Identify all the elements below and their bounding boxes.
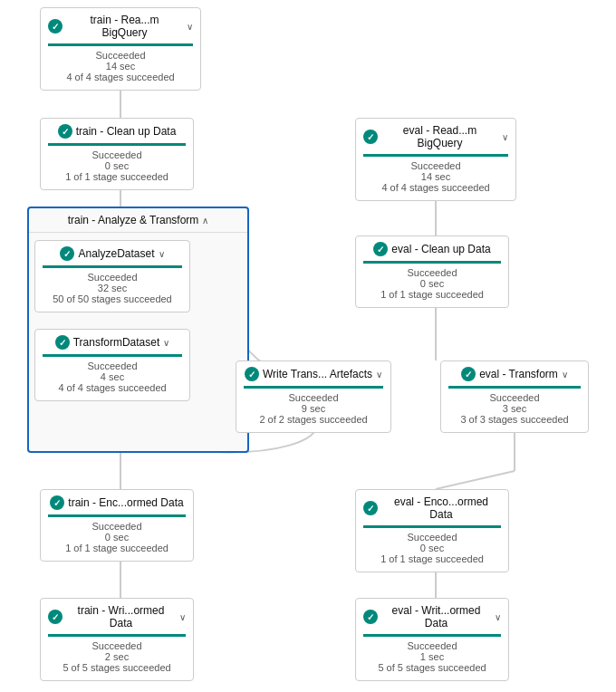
check-icon-eval-encoded (363, 501, 378, 515)
node-eval-written-label: eval - Writ...ormed Data (381, 604, 491, 630)
node-transform-dataset-status: Succeeded 4 sec 4 of 4 stages succeeded (43, 360, 182, 393)
node-train-cleanup-header: train - Clean up Data (48, 124, 186, 146)
node-analyze-dataset: AnalyzeDataset ∨ Succeeded 32 sec 50 of … (34, 240, 190, 312)
node-train-written-header: train - Wri...ormed Data ∨ (48, 604, 186, 637)
node-eval-cleanup-header: eval - Clean up Data (363, 242, 501, 264)
node-eval-read-bq: eval - Read...m BigQuery ∨ Succeeded 14 … (355, 118, 516, 201)
chevron-down-icon-analyze[interactable]: ∨ (159, 249, 165, 259)
node-eval-cleanup: eval - Clean up Data Succeeded 0 sec 1 o… (355, 235, 509, 308)
node-eval-transform-status: Succeeded 3 sec 3 of 3 stages succeeded (448, 392, 581, 425)
node-eval-written-status: Succeeded 1 sec 5 of 5 stages succeeded (363, 640, 501, 673)
chevron-up-icon-group[interactable]: ∧ (202, 216, 208, 226)
node-train-read-bq-header: train - Rea...m BigQuery ∨ (48, 14, 193, 46)
chevron-down-icon-train-read-bq[interactable]: ∨ (187, 22, 193, 32)
chevron-down-icon-transform[interactable]: ∨ (163, 338, 169, 348)
group-analyze-transform: train - Analyze & Transform ∧ AnalyzeDat… (27, 207, 249, 453)
node-train-written-label: train - Wri...ormed Data (66, 604, 176, 630)
node-analyze-dataset-header: AnalyzeDataset ∨ (43, 246, 182, 268)
node-eval-written: eval - Writ...ormed Data ∨ Succeeded 1 s… (355, 598, 509, 681)
node-eval-encoded: eval - Enco...ormed Data Succeeded 0 sec… (355, 489, 509, 572)
node-transform-dataset: TransformDataset ∨ Succeeded 4 sec 4 of … (34, 329, 190, 401)
check-icon-eval-cleanup (373, 242, 388, 256)
node-train-cleanup-label: train - Clean up Data (76, 125, 177, 138)
node-eval-read-bq-label: eval - Read...m BigQuery (381, 124, 498, 149)
chevron-down-icon-eval-read-bq[interactable]: ∨ (502, 132, 508, 142)
node-train-written-status: Succeeded 2 sec 5 of 5 stages succeeded (48, 640, 186, 673)
node-train-encoded-label: train - Enc...ormed Data (68, 496, 183, 509)
node-train-cleanup: train - Clean up Data Succeeded 0 sec 1 … (40, 118, 194, 190)
node-train-read-bq-label: train - Rea...m BigQuery (66, 14, 183, 39)
node-write-transform-artefacts: Write Trans... Artefacts ∨ Succeeded 9 s… (236, 360, 391, 433)
node-write-transform-artefacts-status: Succeeded 9 sec 2 of 2 stages succeeded (244, 392, 383, 425)
node-eval-encoded-header: eval - Enco...ormed Data (363, 495, 501, 528)
node-train-encoded: train - Enc...ormed Data Succeeded 0 sec… (40, 489, 194, 562)
node-train-encoded-status: Succeeded 0 sec 1 of 1 stage succeeded (48, 521, 186, 553)
node-transform-dataset-header: TransformDataset ∨ (43, 335, 182, 357)
node-eval-read-bq-status: Succeeded 14 sec 4 of 4 stages succeeded (363, 160, 508, 193)
node-analyze-dataset-label: AnalyzeDataset (78, 247, 154, 260)
node-train-cleanup-status: Succeeded 0 sec 1 of 1 stage succeeded (48, 149, 186, 182)
check-icon-train-written (48, 610, 63, 624)
node-analyze-dataset-status: Succeeded 32 sec 50 of 50 stages succeed… (43, 272, 182, 304)
chevron-down-icon-eval-written[interactable]: ∨ (495, 612, 501, 622)
node-eval-read-bq-header: eval - Read...m BigQuery ∨ (363, 124, 508, 157)
node-write-transform-artefacts-label: Write Trans... Artefacts (263, 368, 372, 380)
chevron-down-icon-eval-transform[interactable]: ∨ (562, 370, 568, 380)
check-icon-eval-read-bq (363, 130, 378, 144)
node-train-read-bq-status: Succeeded 14 sec 4 of 4 stages succeeded (48, 50, 193, 82)
check-icon-analyze-dataset (60, 246, 74, 261)
node-write-transform-artefacts-header: Write Trans... Artefacts ∨ (244, 367, 383, 389)
node-eval-encoded-status: Succeeded 0 sec 1 of 1 stage succeeded (363, 532, 501, 564)
check-icon-train-cleanup (58, 124, 72, 139)
check-icon-eval-written (363, 610, 378, 624)
group-analyze-transform-label: train - Analyze & Transform (68, 214, 199, 226)
chevron-down-icon-write-artefacts[interactable]: ∨ (376, 370, 382, 380)
check-icon-train-encoded (50, 495, 64, 510)
node-eval-cleanup-label: eval - Clean up Data (391, 243, 490, 255)
node-eval-encoded-label: eval - Enco...ormed Data (381, 495, 501, 521)
chevron-down-icon-train-written[interactable]: ∨ (179, 612, 186, 622)
node-eval-transform: eval - Transform ∨ Succeeded 3 sec 3 of … (440, 360, 589, 433)
node-eval-transform-label: eval - Transform (479, 368, 558, 380)
node-train-read-bq: train - Rea...m BigQuery ∨ Succeeded 14 … (40, 7, 201, 91)
node-eval-cleanup-status: Succeeded 0 sec 1 of 1 stage succeeded (363, 267, 501, 300)
check-icon-eval-transform (461, 367, 476, 381)
pipeline-canvas: train - Rea...m BigQuery ∨ Succeeded 14 … (0, 0, 616, 692)
check-icon-train-read-bq (48, 19, 63, 34)
group-analyze-transform-header[interactable]: train - Analyze & Transform ∧ (29, 208, 247, 233)
node-eval-written-header: eval - Writ...ormed Data ∨ (363, 604, 501, 637)
check-icon-write-artefacts (245, 367, 259, 381)
svg-line-6 (436, 471, 515, 489)
node-train-written: train - Wri...ormed Data ∨ Succeeded 2 s… (40, 598, 194, 681)
check-icon-transform-dataset (55, 335, 70, 350)
node-transform-dataset-label: TransformDataset (73, 336, 160, 349)
node-train-encoded-header: train - Enc...ormed Data (48, 495, 186, 517)
node-eval-transform-header: eval - Transform ∨ (448, 367, 581, 389)
